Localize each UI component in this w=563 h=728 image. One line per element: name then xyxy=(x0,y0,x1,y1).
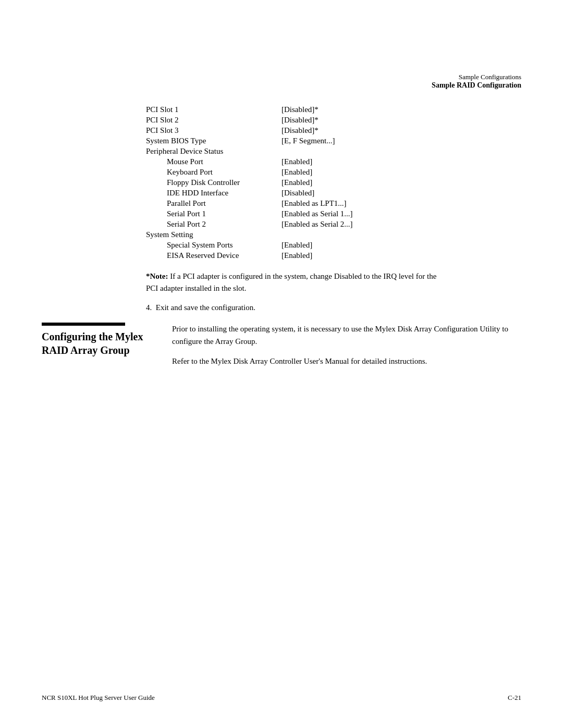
footer-left: NCR S10XL Hot Plug Server User Guide xyxy=(42,694,155,702)
note-text: If a PCI adapter is configured in the sy… xyxy=(146,272,436,292)
table-row: PCI Slot 3[Disabled]* xyxy=(146,126,521,135)
table-row: Serial Port 1[Enabled as Serial 1...] xyxy=(146,209,521,218)
config-label: Serial Port 2 xyxy=(146,220,282,229)
sidebar-heading: Configuring the Mylex RAID Array Group xyxy=(42,330,156,357)
config-value: [E, F Segment...] xyxy=(282,137,335,145)
step4-text: Exit and save the configuration. xyxy=(156,303,255,312)
config-table: PCI Slot 1[Disabled]*PCI Slot 2[Disabled… xyxy=(146,105,521,260)
config-value: [Enabled] xyxy=(282,157,312,166)
header-section-bold: Sample RAID Configuration xyxy=(42,81,521,90)
table-row: Peripheral Device Status xyxy=(146,147,521,156)
table-row: Special System Ports[Enabled] xyxy=(146,241,521,250)
table-row: Serial Port 2[Enabled as Serial 2...] xyxy=(146,220,521,229)
config-value: [Disabled]* xyxy=(282,116,319,125)
header-section-label: Sample Configurations xyxy=(42,73,521,81)
sidebar-para2: Refer to the Mylex Disk Array Controller… xyxy=(172,355,521,367)
table-row: PCI Slot 1[Disabled]* xyxy=(146,105,521,114)
config-label: Special System Ports xyxy=(146,241,282,250)
left-col: Configuring the Mylex RAID Array Group xyxy=(42,323,156,375)
config-label: PCI Slot 1 xyxy=(146,105,282,114)
table-row: System Setting xyxy=(146,230,521,239)
table-row: EISA Reserved Device[Enabled] xyxy=(146,251,521,260)
table-row: Floppy Disk Controller[Enabled] xyxy=(146,178,521,187)
sidebar-heading-line2: RAID Array Group xyxy=(42,344,130,356)
config-label: Peripheral Device Status xyxy=(146,147,282,156)
sidebar-heading-line1: Configuring the Mylex xyxy=(42,331,143,342)
right-col: Prior to installing the operating system… xyxy=(172,323,521,375)
config-value: [Enabled] xyxy=(282,168,312,177)
config-label: PCI Slot 2 xyxy=(146,116,282,125)
config-label: Mouse Port xyxy=(146,157,282,166)
sidebar-para1: Prior to installing the operating system… xyxy=(172,323,521,348)
config-label: System BIOS Type xyxy=(146,137,282,145)
table-row: Keyboard Port[Enabled] xyxy=(146,168,521,177)
config-value: [Enabled as Serial 2...] xyxy=(282,220,353,229)
note-bold: *Note: xyxy=(146,272,168,280)
table-row: System BIOS Type[E, F Segment...] xyxy=(146,137,521,145)
config-value: [Enabled as LPT1...] xyxy=(282,199,347,208)
config-value: [Enabled] xyxy=(282,241,312,250)
config-label: Keyboard Port xyxy=(146,168,282,177)
table-row: Mouse Port[Enabled] xyxy=(146,157,521,166)
step4-number: 4. xyxy=(146,303,152,312)
config-label: PCI Slot 3 xyxy=(146,126,282,135)
config-value: [Enabled] xyxy=(282,178,312,187)
config-label: Serial Port 1 xyxy=(146,209,282,218)
page: Sample Configurations Sample RAID Config… xyxy=(0,0,563,728)
page-footer: NCR S10XL Hot Plug Server User Guide C-2… xyxy=(42,694,521,702)
page-header: Sample Configurations Sample RAID Config… xyxy=(42,73,521,90)
note-section: *Note: If a PCI adapter is configured in… xyxy=(146,270,448,294)
table-row: Parallel Port[Enabled as LPT1...] xyxy=(146,199,521,208)
config-value: [Disabled]* xyxy=(282,126,319,135)
config-value: [Disabled] xyxy=(282,189,314,198)
config-label: System Setting xyxy=(146,230,282,239)
sidebar-section: Configuring the Mylex RAID Array Group P… xyxy=(42,323,521,375)
main-content: PCI Slot 1[Disabled]*PCI Slot 2[Disabled… xyxy=(146,105,521,312)
step4-section: 4. Exit and save the configuration. xyxy=(146,303,521,312)
black-bar-decoration xyxy=(42,323,125,326)
config-label: Floppy Disk Controller xyxy=(146,178,282,187)
config-value: [Disabled]* xyxy=(282,105,319,114)
config-label: Parallel Port xyxy=(146,199,282,208)
config-label: EISA Reserved Device xyxy=(146,251,282,260)
table-row: IDE HDD Interface[Disabled] xyxy=(146,189,521,198)
config-value: [Enabled as Serial 1...] xyxy=(282,209,353,218)
config-label: IDE HDD Interface xyxy=(146,189,282,198)
config-value: [Enabled] xyxy=(282,251,312,260)
table-row: PCI Slot 2[Disabled]* xyxy=(146,116,521,125)
footer-right: C-21 xyxy=(508,694,521,702)
